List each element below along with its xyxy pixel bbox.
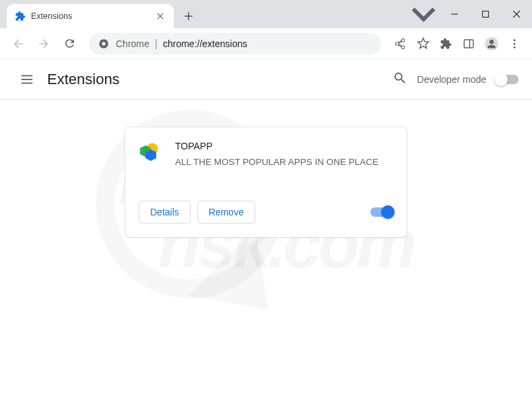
page-title: Extensions bbox=[47, 71, 120, 88]
extensions-header: Extensions Developer mode bbox=[0, 59, 532, 100]
share-icon[interactable] bbox=[389, 33, 411, 55]
new-tab-button[interactable] bbox=[179, 7, 198, 26]
omnibox-url: chrome://extensions bbox=[163, 38, 247, 49]
minimize-button[interactable] bbox=[439, 0, 470, 28]
toolbar: Chrome | chrome://extensions bbox=[0, 28, 532, 59]
svg-rect-10 bbox=[464, 40, 473, 48]
toggle-knob bbox=[494, 73, 508, 86]
details-button[interactable]: Details bbox=[139, 201, 191, 224]
reload-button[interactable] bbox=[58, 32, 81, 55]
remove-button[interactable]: Remove bbox=[197, 201, 255, 224]
extension-enable-toggle[interactable] bbox=[370, 207, 393, 217]
puzzle-piece-icon bbox=[15, 11, 26, 22]
side-panel-icon[interactable] bbox=[458, 33, 479, 55]
svg-point-14 bbox=[514, 39, 516, 41]
tab-title: Extensions bbox=[31, 11, 155, 21]
svg-point-13 bbox=[490, 40, 494, 44]
close-tab-icon[interactable] bbox=[155, 11, 166, 22]
hamburger-menu-icon[interactable] bbox=[13, 66, 40, 93]
extension-description: ALL THE MOST POPULAR APPS IN ONE PLACE bbox=[175, 157, 393, 167]
profile-avatar-icon[interactable] bbox=[481, 33, 502, 55]
chrome-icon bbox=[98, 38, 109, 49]
svg-rect-1 bbox=[483, 11, 489, 18]
extension-icon bbox=[139, 141, 163, 165]
svg-point-9 bbox=[102, 42, 105, 45]
developer-mode-label: Developer mode bbox=[417, 74, 486, 85]
bookmark-star-icon[interactable] bbox=[412, 33, 434, 55]
extensions-list: TOPAPP ALL THE MOST POPULAR APPS IN ONE … bbox=[0, 100, 532, 265]
developer-mode-toggle[interactable] bbox=[496, 75, 519, 84]
omnibox-separator: | bbox=[155, 38, 158, 50]
back-button[interactable] bbox=[7, 32, 30, 55]
address-bar[interactable]: Chrome | chrome://extensions bbox=[89, 33, 381, 55]
omnibox-prefix: Chrome bbox=[116, 38, 149, 49]
svg-point-15 bbox=[514, 42, 516, 44]
window-dropdown-icon[interactable] bbox=[408, 0, 439, 28]
forward-button[interactable] bbox=[32, 32, 55, 55]
menu-dots-icon[interactable] bbox=[504, 33, 525, 55]
search-icon[interactable] bbox=[393, 71, 407, 88]
extensions-puzzle-icon[interactable] bbox=[435, 33, 457, 55]
svg-point-16 bbox=[514, 46, 516, 48]
extension-name: TOPAPP bbox=[175, 141, 393, 151]
toggle-knob bbox=[381, 205, 395, 219]
extension-card: TOPAPP ALL THE MOST POPULAR APPS IN ONE … bbox=[125, 127, 407, 238]
close-window-button[interactable] bbox=[501, 0, 532, 28]
browser-tab[interactable]: Extensions bbox=[7, 4, 174, 28]
maximize-button[interactable] bbox=[470, 0, 501, 28]
